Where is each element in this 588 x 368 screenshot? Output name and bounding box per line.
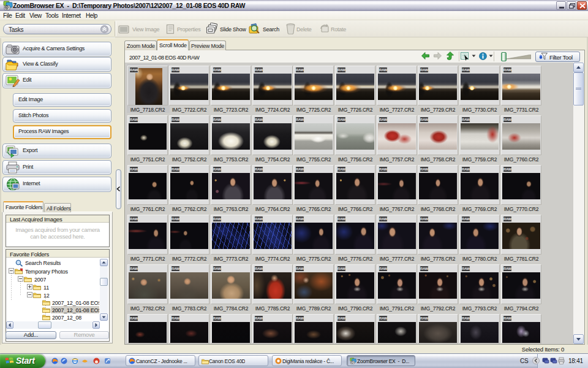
svg-text:RAW: RAW	[379, 167, 387, 171]
svg-text:RAW: RAW	[213, 267, 221, 270]
svg-text:RAW: RAW	[420, 118, 428, 121]
svg-text:RAW: RAW	[379, 217, 387, 221]
svg-text:RAW: RAW	[255, 267, 263, 270]
svg-text:RAW: RAW	[172, 167, 179, 171]
svg-text:RAW: RAW	[130, 118, 138, 121]
svg-text:RAW: RAW	[172, 316, 179, 320]
svg-text:RAW: RAW	[130, 68, 138, 72]
svg-text:RAW: RAW	[503, 217, 511, 221]
svg-text:RAW: RAW	[503, 267, 511, 270]
svg-text:RAW: RAW	[337, 118, 345, 121]
svg-text:RAW: RAW	[420, 217, 428, 221]
svg-text:RAW: RAW	[462, 316, 470, 320]
svg-text:RAW: RAW	[503, 167, 511, 171]
svg-text:RAW: RAW	[172, 118, 179, 121]
svg-text:RAW: RAW	[296, 118, 304, 121]
svg-text:RAW: RAW	[337, 68, 345, 72]
svg-text:RAW: RAW	[379, 118, 387, 121]
svg-text:RAW: RAW	[462, 68, 470, 72]
svg-text:RAW: RAW	[296, 217, 304, 221]
svg-text:RAW: RAW	[337, 316, 345, 320]
svg-text:RAW: RAW	[420, 316, 428, 320]
svg-text:RAW: RAW	[462, 118, 470, 121]
svg-text:RAW: RAW	[213, 316, 221, 320]
svg-text:RAW: RAW	[503, 68, 511, 72]
svg-text:RAW: RAW	[379, 267, 387, 270]
svg-text:RAW: RAW	[213, 68, 221, 72]
svg-text:RAW: RAW	[503, 316, 511, 320]
svg-text:RAW: RAW	[213, 118, 221, 121]
svg-text:RAW: RAW	[130, 217, 138, 221]
svg-text:RAW: RAW	[420, 267, 428, 270]
svg-text:RAW: RAW	[337, 167, 345, 171]
svg-text:RAW: RAW	[462, 267, 470, 270]
svg-text:RAW: RAW	[420, 167, 428, 171]
svg-text:RAW: RAW	[255, 217, 263, 221]
svg-text:RAW: RAW	[213, 217, 221, 221]
svg-text:RAW: RAW	[172, 217, 179, 221]
svg-text:RAW: RAW	[130, 316, 138, 320]
svg-text:RAW: RAW	[462, 167, 470, 171]
svg-text:RAW: RAW	[379, 316, 387, 320]
svg-text:RAW: RAW	[296, 316, 304, 320]
svg-text:RAW: RAW	[379, 68, 387, 72]
svg-text:RAW: RAW	[130, 167, 138, 171]
svg-text:RAW: RAW	[130, 267, 138, 270]
svg-text:RAW: RAW	[255, 118, 263, 121]
svg-text:RAW: RAW	[503, 118, 511, 121]
svg-text:RAW: RAW	[172, 68, 179, 72]
svg-text:RAW: RAW	[420, 68, 428, 72]
svg-text:RAW: RAW	[255, 167, 263, 171]
svg-text:RAW: RAW	[296, 68, 304, 72]
svg-text:RAW: RAW	[255, 316, 263, 320]
svg-text:RAW: RAW	[255, 68, 263, 72]
svg-text:RAW: RAW	[213, 167, 221, 171]
svg-text:RAW: RAW	[172, 267, 179, 270]
svg-text:RAW: RAW	[337, 217, 345, 221]
svg-text:RAW: RAW	[296, 267, 304, 270]
svg-text:RAW: RAW	[462, 217, 470, 221]
svg-text:RAW: RAW	[337, 267, 345, 270]
svg-text:RAW: RAW	[296, 167, 304, 171]
